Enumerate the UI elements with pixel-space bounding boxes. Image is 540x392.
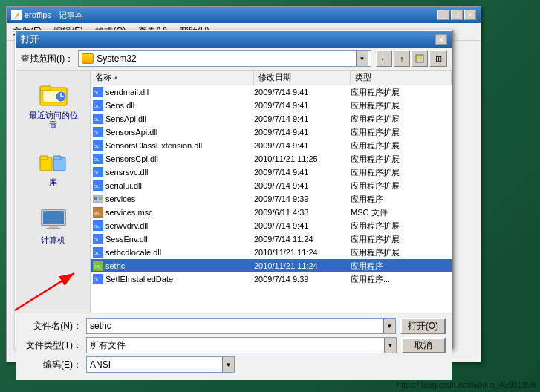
file-row[interactable]: services 2009/7/14 9:39 应用程序	[91, 192, 452, 206]
file-row[interactable]: DL serwvdrv.dll 2009/7/14 9:41 应用程序扩展	[91, 219, 452, 232]
file-date: 2010/11/21 11:25	[254, 154, 351, 163]
dialog-toolbar: 查找范围(I)： System32 ▼ ← ↑ ⊞	[16, 48, 452, 71]
file-date: 2009/7/14 9:41	[254, 114, 351, 123]
file-icon: DL	[92, 140, 104, 151]
file-date: 2009/6/11 4:38	[254, 208, 351, 217]
file-date: 2010/11/21 11:24	[254, 261, 351, 270]
file-row[interactable]: DL SensApi.dll 2009/7/14 9:41 应用程序扩展	[91, 112, 452, 125]
notepad-close-button[interactable]: ×	[464, 10, 476, 20]
filetype-row: 文件类型(T)： ▼ 取消	[22, 337, 446, 353]
file-list-area: 名称 ▲ 修改日期 类型 DL sendmail.dll 2009/7/14 9…	[91, 71, 452, 313]
cancel-button-group: 取消	[401, 337, 446, 353]
file-name: sensrsvc.dll	[105, 168, 254, 177]
title-buttons: _ □ ×	[437, 10, 476, 20]
view-button[interactable]: ⊞	[429, 50, 447, 67]
notepad-title-left: 📝 erofflps - 记事本	[11, 10, 83, 21]
file-name: sethc	[105, 261, 254, 270]
file-icon: DL	[92, 166, 104, 178]
file-date: 2009/7/14 9:41	[254, 88, 351, 97]
sidebar-item-computer[interactable]: 计算机	[24, 203, 83, 248]
encoding-input[interactable]	[87, 359, 222, 370]
notepad-icon: 📝	[11, 10, 22, 20]
file-row[interactable]: DL Sens.dll 2009/7/14 9:41 应用程序扩展	[91, 99, 452, 112]
file-type: 应用程序扩展	[351, 140, 450, 151]
svg-text:MS: MS	[94, 211, 100, 215]
minimize-button[interactable]: _	[437, 10, 449, 20]
filetype-input-wrapper: ▼	[86, 337, 397, 353]
svg-text:EX: EX	[94, 264, 100, 269]
sidebar-item-recent[interactable]: 最近访问的位置	[24, 78, 83, 133]
file-row[interactable]: DL SetIEInstalledDate 2009/7/14 9:39 应用程…	[91, 272, 452, 286]
file-name: SensorsApi.dll	[105, 128, 254, 137]
file-row[interactable]: DL sendmail.dll 2009/7/14 9:41 应用程序扩展	[91, 85, 452, 99]
location-folder-icon	[82, 53, 94, 64]
file-type: 应用程序	[351, 261, 450, 272]
file-date: 2009/7/14 9:41	[254, 141, 351, 150]
svg-text:DL: DL	[94, 238, 100, 242]
encoding-label: 编码(E)：	[22, 359, 82, 371]
svg-rect-1	[417, 56, 420, 59]
svg-rect-14	[43, 211, 64, 224]
column-header-type[interactable]: 类型	[351, 71, 452, 85]
file-row[interactable]: MS services.msc 2009/6/11 4:38 MSC 文件	[91, 206, 452, 219]
file-icon: DL	[92, 113, 104, 125]
svg-rect-10	[40, 156, 48, 160]
file-row[interactable]: EX sethc 2010/11/21 11:24 应用程序	[91, 259, 452, 272]
svg-rect-4	[40, 86, 51, 91]
location-dropdown-arrow[interactable]: ▼	[356, 51, 368, 66]
svg-text:DL: DL	[94, 171, 100, 175]
file-icon: DL	[92, 220, 104, 232]
open-button[interactable]: 打开(O)	[400, 318, 446, 334]
svg-text:DL: DL	[94, 157, 100, 162]
file-type: 应用程序扩展	[351, 100, 450, 111]
up-button[interactable]: ↑	[394, 50, 410, 67]
svg-rect-2	[420, 56, 422, 59]
svg-rect-16	[46, 228, 61, 229]
encoding-dropdown-arrow[interactable]: ▼	[222, 357, 234, 372]
file-icon: DL	[92, 86, 104, 98]
library-icon	[39, 148, 68, 174]
file-date: 2010/11/21 11:24	[254, 248, 351, 257]
file-type: 应用程序扩展	[351, 167, 450, 178]
file-type: 应用程序扩展	[351, 180, 450, 192]
dialog-form: 文件名(N)： ▼ 打开(O) 文件类型(T)： ▼ 取消 编码(E)： ▼	[16, 313, 452, 380]
back-button[interactable]: ←	[376, 50, 392, 67]
file-name: sendmail.dll	[105, 88, 254, 97]
sort-arrow-icon: ▲	[113, 74, 119, 81]
file-date: 2009/7/14 9:41	[254, 128, 351, 137]
file-row[interactable]: DL serialui.dll 2009/7/14 9:41 应用程序扩展	[91, 179, 452, 192]
open-button-group: 打开(O)	[400, 318, 446, 334]
file-name: SensorsCpl.dll	[105, 154, 254, 163]
filetype-dropdown-arrow[interactable]: ▼	[384, 338, 396, 353]
filename-dropdown-arrow[interactable]: ▼	[383, 318, 395, 333]
column-header-name[interactable]: 名称 ▲	[91, 71, 254, 85]
file-icon: MS	[92, 206, 104, 218]
sidebar-item-library[interactable]: 库	[24, 145, 83, 190]
file-date: 2009/7/14 9:41	[254, 181, 351, 190]
file-icon: EX	[92, 260, 104, 272]
filename-input[interactable]	[87, 321, 383, 331]
svg-text:DL: DL	[94, 184, 100, 189]
file-icon: DL	[92, 233, 104, 245]
column-header-date[interactable]: 修改日期	[254, 71, 351, 85]
dialog-content: 最近访问的位置 库	[16, 71, 452, 313]
svg-text:DL: DL	[94, 131, 100, 135]
file-row[interactable]: DL SensorsCpl.dll 2010/11/21 11:25 应用程序扩…	[91, 152, 452, 166]
dialog-close-button[interactable]: ×	[435, 34, 447, 45]
file-row[interactable]: DL SensorsClassExtension.dll 2009/7/14 9…	[91, 139, 452, 152]
maximize-button[interactable]: □	[451, 10, 463, 20]
file-type: 应用程序扩展	[351, 114, 450, 125]
svg-rect-34	[94, 197, 97, 200]
file-type: 应用程序	[351, 194, 450, 205]
svg-text:DL: DL	[94, 251, 100, 255]
filetype-input[interactable]	[87, 340, 384, 350]
file-type: 应用程序扩展	[351, 234, 450, 245]
cancel-button[interactable]: 取消	[401, 337, 446, 353]
file-row[interactable]: DL SessEnv.dll 2009/7/14 11:24 应用程序扩展	[91, 232, 452, 246]
file-row[interactable]: DL SensorsApi.dll 2009/7/14 9:41 应用程序扩展	[91, 125, 452, 139]
file-row[interactable]: DL setbcdlocale.dll 2010/11/21 11:24 应用程…	[91, 246, 452, 259]
sidebar: 最近访问的位置 库	[16, 71, 91, 313]
forward-button[interactable]	[411, 50, 428, 67]
file-date: 2009/7/14 9:39	[254, 195, 351, 203]
file-row[interactable]: DL sensrsvc.dll 2009/7/14 9:41 应用程序扩展	[91, 166, 452, 179]
